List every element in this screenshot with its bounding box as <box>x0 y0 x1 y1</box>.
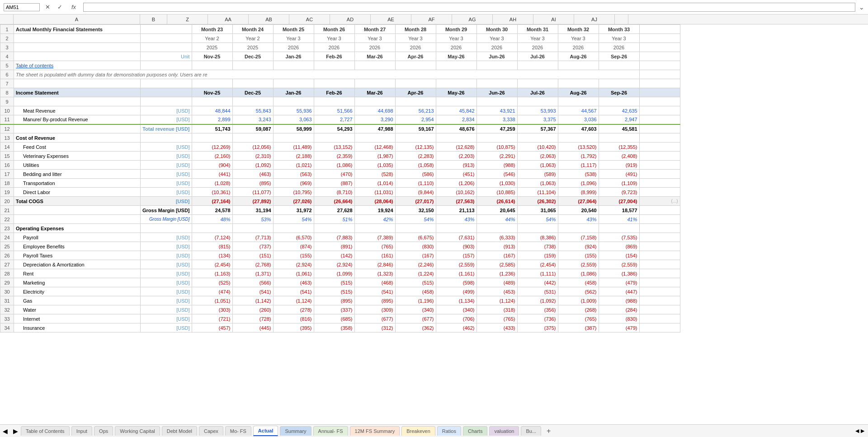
tab-charts[interactable]: Charts <box>463 426 487 436</box>
cell-b1[interactable] <box>141 25 192 34</box>
cell-reference-box[interactable] <box>4 3 40 11</box>
table-row: 21 Gross Margin [USD] 24,578 31,194 31,9… <box>0 206 680 215</box>
table-of-contents-link[interactable]: Table of contents <box>16 63 53 68</box>
cell-af1[interactable]: Month 29 <box>436 25 476 34</box>
tab-capex[interactable]: Capex <box>199 426 223 436</box>
tab-scroll-right-btn[interactable]: ▶ <box>861 428 864 434</box>
cell-ai1[interactable]: Month 32 <box>558 25 599 34</box>
table-row: 29 Marketing [USD] (525) (566) (463) (51… <box>0 278 680 287</box>
table-row: 1 Actual Monthly Financial Statements Mo… <box>0 25 680 34</box>
table-row: 34 Insurance [USD] (457) (445) (395) (35… <box>0 323 680 332</box>
col-header-b[interactable]: B <box>140 14 167 24</box>
tab-prev-btn[interactable]: ◀ <box>0 427 10 436</box>
table-row: 24 Payroll [USD] (7,124) (7,713) (6,570)… <box>0 233 680 242</box>
col-header-aj[interactable]: AJ <box>574 14 615 24</box>
cell-a2[interactable] <box>14 34 141 43</box>
cell-a1[interactable]: Actual Monthly Financial Statements <box>14 25 141 34</box>
col-header-ai[interactable]: AI <box>533 14 574 24</box>
tab-mo-fs[interactable]: Mo- FS <box>225 426 251 436</box>
table-row: 6 The sheet is populated with dummy data… <box>0 70 680 79</box>
cell-aj1[interactable]: Month 33 <box>599 25 639 34</box>
table-row: 2 Year 2 Year 2 Year 3 Year 3 Year 3 Yea… <box>0 34 680 43</box>
cell-z1[interactable]: Month 23 <box>192 25 232 34</box>
table-row: 12 Total revenue [USD] 51,743 59,087 58,… <box>0 124 680 133</box>
table-row: 25 Employee Benefits [USD] (815) (737) (… <box>0 242 680 251</box>
table-row: 7 <box>0 79 680 88</box>
function-icon[interactable]: fx <box>68 4 80 10</box>
add-sheet-button[interactable]: + <box>543 426 554 436</box>
col-header-ah[interactable]: AH <box>493 14 533 24</box>
tab-ratios[interactable]: Ratios <box>437 426 461 436</box>
income-statement-label[interactable]: Income Statement <box>14 88 141 97</box>
cell-ad1[interactable]: Month 27 <box>354 25 395 34</box>
table-row: 22 Gross Margin [USD] 48% 53% 54% 51% 42… <box>0 215 680 224</box>
grid-container[interactable]: 1 Actual Monthly Financial Statements Mo… <box>0 24 868 424</box>
table-row: 33 Internet [USD] (721) (728) (816) (685… <box>0 314 680 323</box>
table-row: 31 Gas [USD] (1,051) (1,142) (1,124) (89… <box>0 296 680 305</box>
tab-right-controls: ◀ ▶ <box>852 428 868 434</box>
col-header-z[interactable]: Z <box>167 14 208 24</box>
confirm-icon[interactable]: ✓ <box>56 4 64 10</box>
table-row: 18 Transportation [USD] (1,028) (895) (9… <box>0 179 680 188</box>
table-row: 19 Direct Labor [USD] (10,361) (11,077) … <box>0 188 680 197</box>
table-row: 17 Bedding and litter [USD] (441) (463) … <box>0 170 680 179</box>
col-header-ag[interactable]: AG <box>452 14 493 24</box>
cancel-icon[interactable]: ✕ <box>43 4 52 10</box>
cell-b2[interactable] <box>141 34 192 43</box>
table-row: 23 Operating Expenses <box>0 224 680 233</box>
col-header-ac[interactable]: AC <box>289 14 330 24</box>
table-row: 30 Electricity [USD] (474) (541) (541) (… <box>0 287 680 296</box>
table-row: 13 Cost of Revenue <box>0 133 680 142</box>
table-row: 9 <box>0 97 680 106</box>
formula-bar: ✕ ✓ fx =+AM49+AM50 ⌄ <box>0 0 868 14</box>
cell-ag1[interactable]: Month 30 <box>476 25 517 34</box>
tab-valuation[interactable]: valuation <box>489 426 519 436</box>
table-row: 20 Total COGS [USD] (27,164) (27,892) (2… <box>0 197 680 206</box>
column-headers: A B Z AA AB AC AD AE AF AG AH AI AJ <box>0 14 868 24</box>
tab-table-of-contents[interactable]: Table of Contents <box>21 426 70 436</box>
table-row: 10 Meat Revenue [USD] 48,844 55,843 55,9… <box>0 106 680 115</box>
cell-z2: Year 2 <box>192 34 232 43</box>
table-row: 27 Depreciation & Amortization [USD] (2,… <box>0 260 680 269</box>
table-row: 14 Feed Cost [USD] (12,269) (12,056) (11… <box>0 142 680 152</box>
col-header-ad[interactable]: AD <box>330 14 371 24</box>
table-row: 26 Payroll Taxes [USD] (134) (151) (155)… <box>0 251 680 260</box>
tab-scroll-left-btn[interactable]: ◀ <box>855 428 859 434</box>
col-header-af[interactable]: AF <box>411 14 452 24</box>
tab-working-capital[interactable]: Working Capital <box>115 426 160 436</box>
col-header-ab[interactable]: AB <box>249 14 289 24</box>
col-header-aa[interactable]: AA <box>208 14 249 24</box>
row-num-header <box>0 14 14 24</box>
row-num: 1 <box>0 25 14 34</box>
tab-summary[interactable]: Summary <box>280 426 311 436</box>
formula-input[interactable]: =+AM49+AM50 <box>83 3 855 12</box>
col-header-a[interactable]: A <box>14 14 140 24</box>
table-row: 28 Rent [USD] (1,163) (1,371) (1,061) (1… <box>0 269 680 278</box>
tab-ops[interactable]: Ops <box>94 426 113 436</box>
table-row: 11 Manure/ By-prodcut Revenue [USD] 2,89… <box>0 115 680 124</box>
table-row: 5 Table of contents <box>0 61 680 70</box>
tab-bu[interactable]: Bu... <box>521 426 541 436</box>
col-header-more <box>615 14 628 24</box>
expand-formula-icon[interactable]: ⌄ <box>859 4 864 11</box>
grid-table: 1 Actual Monthly Financial Statements Mo… <box>0 24 680 332</box>
table-row: 32 Water [USD] (303) (260) (278) (337) (… <box>0 305 680 314</box>
cell-aa1[interactable]: Month 24 <box>232 25 273 34</box>
tab-breakeven[interactable]: Breakeven <box>401 426 435 436</box>
tab-debt-model[interactable]: Debt Model <box>162 426 197 436</box>
cell-ae1[interactable]: Month 28 <box>395 25 436 34</box>
cell-extra1 <box>639 25 680 34</box>
tab-input[interactable]: Input <box>71 426 92 436</box>
table-row: 8 Income Statement Nov-25 Dec-25 Jan-26 … <box>0 88 680 97</box>
tab-actual[interactable]: Actual <box>253 426 278 436</box>
tab-annual-fs[interactable]: Annual- FS <box>313 426 348 436</box>
tab-12m-fs-summary[interactable]: 12M FS Summary <box>350 426 400 436</box>
tab-scroll: Table of Contents Input Ops Working Capi… <box>21 426 852 436</box>
table-row: 16 Utilities [USD] (904) (1,092) (1,021)… <box>0 161 680 170</box>
cell-ab1[interactable]: Month 25 <box>273 25 314 34</box>
cell-ac1[interactable]: Month 26 <box>314 25 354 34</box>
col-header-ae[interactable]: AE <box>371 14 411 24</box>
cell-ah1[interactable]: Month 31 <box>517 25 558 34</box>
tab-nav-prev2[interactable]: ▶ <box>10 427 21 436</box>
table-row: 3 2025 2025 2026 2026 2026 2026 2026 202… <box>0 43 680 52</box>
